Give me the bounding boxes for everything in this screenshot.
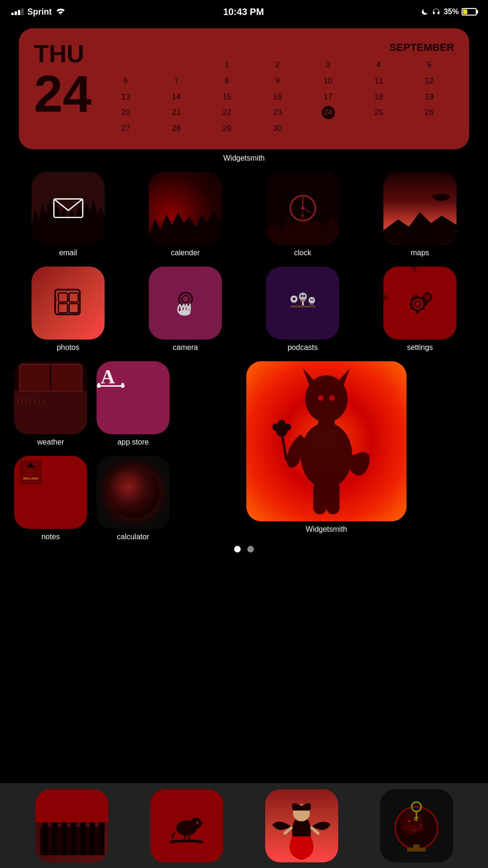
- app-item-widgetsmith2[interactable]: Widgetsmith: [179, 361, 474, 541]
- calculator-icon[interactable]: [97, 456, 170, 529]
- notes-label: notes: [41, 533, 60, 541]
- svg-marker-102: [202, 822, 205, 825]
- camera-icon[interactable]: [149, 267, 222, 340]
- cal-cell: 30: [252, 121, 302, 136]
- svg-point-14: [182, 296, 189, 303]
- cal-cell-today: 24: [322, 106, 335, 119]
- app-item-podcasts[interactable]: podcasts: [249, 267, 357, 352]
- cal-cell: 10: [303, 73, 353, 89]
- svg-line-61: [39, 399, 40, 406]
- dock-item-4[interactable]: [380, 789, 453, 862]
- svg-rect-19: [294, 302, 295, 303]
- svg-rect-33: [310, 303, 311, 304]
- clock-face-icon: [286, 192, 319, 225]
- email-icon[interactable]: [32, 172, 105, 245]
- signal-icon: [11, 8, 24, 15]
- moon-icon: [421, 8, 429, 16]
- cal-cell: 13: [101, 89, 150, 105]
- app-item-calculator[interactable]: calculator: [97, 456, 170, 541]
- email-label: email: [59, 249, 77, 257]
- weather-app-icon[interactable]: [14, 361, 87, 434]
- calendar-widget[interactable]: THU 24 SEPTEMBER 1 2 3 4 5 6 7 8 9 10 11…: [19, 28, 469, 149]
- settings-label: settings: [407, 343, 433, 352]
- dock2-raven-icon: [161, 800, 212, 852]
- photos-label: photos: [57, 343, 79, 352]
- cal-cell: 15: [202, 89, 252, 105]
- svg-rect-10: [58, 304, 67, 313]
- svg-rect-114: [413, 844, 420, 850]
- svg-rect-97: [89, 818, 95, 855]
- svg-rect-55: [430, 296, 432, 299]
- widget-date: 24: [34, 68, 91, 120]
- svg-point-6: [435, 197, 447, 201]
- cal-cell: 9: [252, 73, 302, 89]
- app-item-appstore[interactable]: A app store: [97, 361, 170, 446]
- battery-icon: [462, 8, 477, 16]
- dock-item-2[interactable]: [150, 789, 223, 862]
- ufo-icon: [419, 181, 452, 214]
- app-item-clock[interactable]: clock: [249, 172, 357, 257]
- app-item-settings[interactable]: settings: [366, 267, 474, 352]
- svg-rect-9: [69, 293, 78, 302]
- svg-rect-53: [426, 301, 428, 304]
- cal-cell: 25: [354, 105, 403, 120]
- svg-line-62: [43, 398, 44, 405]
- wifi-icon: [56, 8, 66, 16]
- svg-line-57: [22, 399, 23, 406]
- app-item-photos[interactable]: ∫ photos: [14, 267, 122, 352]
- svg-point-32: [312, 299, 313, 300]
- notes-icon[interactable]: SPELL BOOK: [14, 456, 87, 529]
- cal-cell: 3: [303, 57, 353, 73]
- svg-rect-8: [58, 293, 67, 302]
- maps-label: maps: [411, 249, 429, 257]
- svg-rect-93: [52, 818, 57, 855]
- svg-rect-18: [293, 302, 293, 303]
- svg-point-73: [301, 422, 352, 488]
- podcasts-icon[interactable]: [266, 267, 339, 340]
- svg-point-81: [318, 395, 324, 401]
- cal-cell: 23: [252, 105, 302, 120]
- calender-label: calender: [171, 249, 200, 257]
- svg-point-25: [301, 295, 302, 297]
- svg-point-68: [122, 383, 124, 386]
- widgetsmith2-icon[interactable]: [246, 361, 407, 521]
- svg-rect-92: [42, 818, 48, 855]
- cal-cell: 5: [405, 57, 454, 73]
- widget-day-section: THU 24: [34, 41, 91, 136]
- app-item-calender[interactable]: calender: [131, 172, 239, 257]
- svg-rect-42: [416, 296, 419, 299]
- time-display: 10:43 PM: [223, 7, 264, 17]
- page-indicators: [0, 546, 488, 552]
- calender-icon[interactable]: [149, 172, 222, 245]
- clock-icon[interactable]: [266, 172, 339, 245]
- appstore-label: app store: [117, 438, 149, 446]
- app-item-camera[interactable]: camera: [131, 267, 239, 352]
- cal-cell: 28: [152, 121, 201, 136]
- svg-rect-11: [69, 304, 78, 313]
- photos-icon[interactable]: ∫: [32, 267, 105, 340]
- app-item-maps[interactable]: maps: [366, 172, 474, 257]
- svg-rect-43: [416, 311, 419, 314]
- page-dot-2[interactable]: [247, 546, 254, 552]
- dock-item-3[interactable]: [265, 789, 338, 862]
- svg-point-67: [98, 383, 100, 386]
- widgetsmith2-label: Widgetsmith: [306, 525, 347, 534]
- settings-icon[interactable]: [383, 267, 456, 340]
- dock4-crystal-ball-icon: [388, 797, 445, 854]
- carrier-label: Sprint: [27, 7, 52, 17]
- dock-item-1[interactable]: [35, 789, 108, 862]
- maps-icon[interactable]: [383, 172, 456, 245]
- svg-line-59: [30, 399, 31, 406]
- cal-cell: 22: [202, 105, 252, 120]
- app-item-weather[interactable]: weather: [14, 361, 87, 446]
- appstore-icon[interactable]: A: [97, 361, 170, 434]
- cal-cell: 8: [202, 73, 252, 89]
- svg-rect-74: [313, 481, 326, 514]
- svg-rect-98: [99, 818, 105, 855]
- page-dot-1[interactable]: [234, 546, 241, 552]
- podcasts-label: podcasts: [287, 343, 317, 352]
- app-item-notes[interactable]: SPELL BOOK notes: [14, 456, 87, 541]
- cal-cell: 7: [152, 73, 201, 89]
- svg-rect-96: [80, 818, 86, 855]
- app-item-email[interactable]: email: [14, 172, 122, 257]
